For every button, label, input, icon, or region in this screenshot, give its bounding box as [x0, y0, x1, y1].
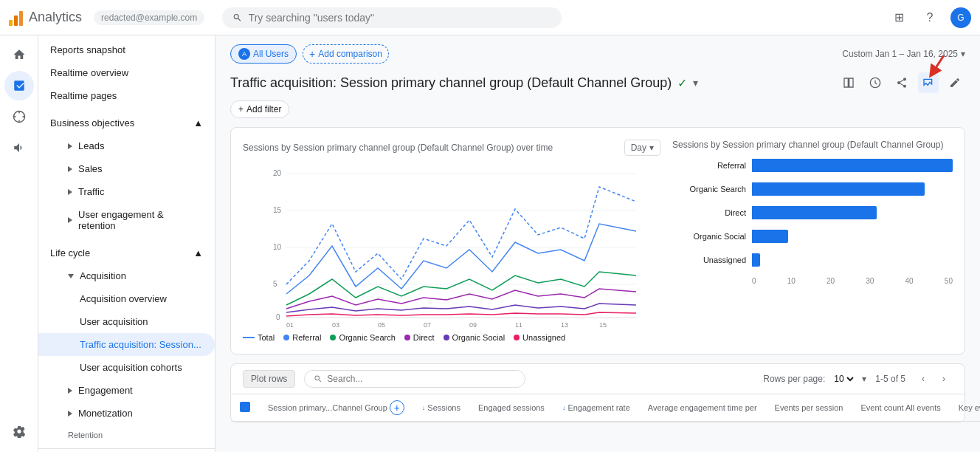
prev-page-button[interactable]: ‹ [914, 370, 932, 388]
sidebar-item-user-acquisition[interactable]: User acquisition [38, 310, 215, 333]
bar-chart-title: Sessions by Session primary channel grou… [672, 140, 953, 150]
sidebar-item-reports-snapshot[interactable]: Reports snapshot [38, 38, 215, 61]
trend-icon[interactable] [918, 72, 939, 93]
topbar-right: ⊞ ? G [888, 7, 971, 28]
sort-sessions-icon: ↓ [422, 404, 426, 411]
bar-track-organic-search [752, 182, 953, 196]
table-header-engagement-rate[interactable]: ↓ Engagement rate [553, 394, 639, 422]
engagement-rate-col-header: ↓ Engagement rate [562, 403, 630, 412]
page-title-bar: Traffic acquisition: Session primary cha… [230, 72, 965, 93]
main-layout: Reports snapshot Realtime overview Realt… [0, 35, 980, 452]
sidebar-lifecycle-items: Acquisition Acquisition overview User ac… [38, 261, 215, 448]
sidebar-item-acquisition[interactable]: Acquisition [38, 264, 215, 287]
sidebar-category-business[interactable]: Business objectives ▲ [38, 110, 215, 131]
expand-leads-icon [68, 143, 72, 149]
legend-organic-social-icon [444, 335, 449, 340]
table-header-channel: Session primary...Channel Group + [259, 394, 413, 422]
table-header-row: Session primary...Channel Group + ↓ Sess… [231, 394, 980, 422]
charts-section: Sessions by Session primary channel grou… [230, 127, 965, 355]
legend-referral-icon [283, 335, 289, 340]
date-range-picker[interactable]: Custom Jan 1 – Jan 16, 2025 ▾ [842, 49, 965, 59]
sidebar-item-leads[interactable]: Leads [38, 134, 215, 157]
legend-total: Total [243, 333, 275, 342]
settings-nav-icon[interactable] [4, 417, 34, 446]
sidebar-item-retention[interactable]: Retention [38, 425, 215, 445]
legend-organic-search: Organic Search [330, 333, 395, 342]
grid-icon[interactable]: ⊞ [888, 7, 909, 28]
table-header-event-count: Event count All events [852, 394, 949, 422]
event-count-col-header: Event count All events [860, 403, 940, 412]
help-icon[interactable]: ? [919, 7, 940, 28]
account-label[interactable]: redacted@example.com [94, 10, 204, 25]
bar-axis: 0 10 20 30 40 50 [672, 277, 953, 285]
title-settings-icon[interactable]: ▾ [693, 77, 698, 89]
home-nav-icon[interactable] [4, 40, 34, 69]
bar-chart: Referral Organic Search Di [672, 159, 953, 285]
sessions-col-header: ↓ Sessions [422, 403, 460, 412]
bar-row-direct: Direct [672, 206, 953, 219]
sidebar-item-traffic-acquisition[interactable]: Traffic acquisition: Session... [38, 333, 215, 356]
sidebar-item-sales[interactable]: Sales [38, 157, 215, 180]
checkbox-icon[interactable] [240, 402, 250, 412]
plot-rows-button[interactable]: Plot rows [243, 370, 295, 388]
add-column-button[interactable]: + [390, 400, 404, 415]
sidebar-item-user-engagement[interactable]: User engagement & retention [38, 203, 215, 237]
svg-text:13: 13 [561, 321, 568, 327]
legend-unassigned-icon [514, 335, 520, 340]
sidebar-item-traffic[interactable]: Traffic [38, 180, 215, 203]
legend-referral: Referral [283, 333, 321, 342]
avatar[interactable]: G [950, 7, 971, 28]
search-input[interactable] [249, 12, 552, 24]
all-users-chip[interactable]: A All Users [230, 44, 297, 64]
add-comparison-button[interactable]: + Add comparison [303, 44, 389, 64]
sidebar-item-cohorts[interactable]: User acquisition cohorts [38, 356, 215, 379]
line-chart: 20 15 10 5 0 01 [243, 165, 660, 327]
expand-engagement2-icon [68, 388, 72, 394]
sidebar-item-realtime-overview[interactable]: Realtime overview [38, 61, 215, 84]
sidebar-item-monetization[interactable]: Monetization [38, 402, 215, 425]
insights-icon[interactable] [865, 72, 886, 93]
bar-label-organic-social: Organic Social [672, 232, 746, 241]
compare-icon[interactable] [838, 72, 859, 93]
day-dropdown[interactable]: Day ▾ [624, 140, 660, 156]
table-search[interactable] [304, 370, 525, 388]
table-toolbar: Plot rows Rows per page: 10 25 50 ▾ [231, 364, 965, 394]
chevron-rows-icon: ▾ [862, 374, 866, 384]
sidebar-item-acquisition-overview[interactable]: Acquisition overview [38, 287, 215, 310]
bar-fill-organic-social [752, 230, 788, 243]
share-icon[interactable] [891, 72, 912, 93]
bar-label-referral: Referral [672, 161, 746, 170]
sidebar-item-engagement[interactable]: Engagement [38, 379, 215, 402]
engaged-sessions-col-header: Engaged sessions [478, 403, 545, 412]
bar-chart-area: Sessions by Session primary channel grou… [672, 140, 953, 342]
title-actions [838, 72, 965, 93]
svg-text:11: 11 [515, 321, 522, 327]
chip-avatar: A [238, 48, 250, 60]
svg-text:10: 10 [273, 243, 282, 251]
bar-track-referral [752, 159, 953, 172]
svg-text:03: 03 [332, 321, 339, 327]
table-header-checkbox[interactable] [231, 394, 259, 422]
next-page-button[interactable]: › [935, 370, 953, 388]
add-filter-button[interactable]: + Add filter [230, 100, 289, 118]
explore-nav-icon[interactable] [4, 102, 34, 131]
nav-icon-strip [0, 35, 38, 452]
sidebar-category-lifecycle[interactable]: Life cycle ▲ [38, 240, 215, 261]
table-header-sessions[interactable]: ↓ Sessions [413, 394, 469, 422]
reports-nav-icon[interactable] [4, 71, 34, 100]
sidebar-item-realtime-pages[interactable]: Realtime pages [38, 84, 215, 107]
table-search-input[interactable] [327, 374, 438, 384]
svg-text:15: 15 [599, 321, 607, 327]
edit-icon[interactable] [945, 72, 965, 93]
search-box[interactable] [222, 7, 562, 28]
data-table: Session primary...Channel Group + ↓ Sess… [231, 394, 980, 422]
rows-per-page-select[interactable]: 10 25 50 [831, 373, 856, 385]
sort-eng-rate-icon: ↓ [562, 404, 566, 411]
bar-track-organic-social [752, 230, 953, 243]
advertising-nav-icon[interactable] [4, 133, 34, 162]
table-header-engaged-sessions[interactable]: Engaged sessions [469, 394, 553, 422]
search-area [222, 7, 562, 28]
topbar: Analytics redacted@example.com ⊞ ? G [0, 0, 980, 35]
plus-icon: + [309, 48, 315, 60]
table-search-icon [314, 374, 322, 383]
